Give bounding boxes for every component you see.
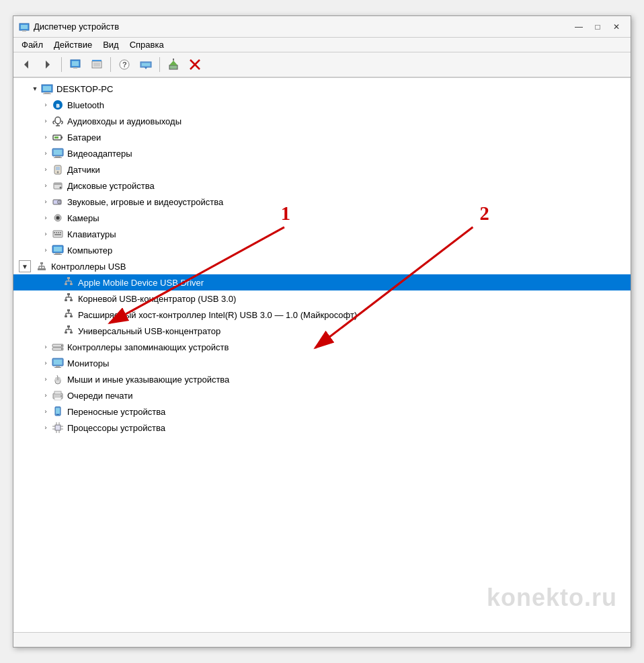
forward-button[interactable] — [38, 55, 58, 74]
toolbar-btn-1[interactable] — [65, 55, 85, 74]
tree-item-apple-usb[interactable]: Apple Mobile Device USB Driver — [13, 274, 631, 290]
tree-item-sensors[interactable]: › Датчики — [13, 161, 631, 178]
tree-item-universal-hub[interactable]: Универсальный USB-концентратор — [13, 323, 631, 339]
menu-view[interactable]: Вид — [97, 38, 124, 51]
disks-label: Дисковые устройства — [67, 181, 155, 191]
tree-item-ext-host[interactable]: Расширяемый хост-контроллер Intel(R) USB… — [13, 307, 631, 323]
svg-rect-7 — [73, 67, 77, 69]
svg-rect-116 — [56, 414, 59, 415]
minimize-button[interactable]: — — [570, 20, 588, 34]
toolbar-btn-2[interactable] — [87, 55, 107, 74]
svg-rect-95 — [65, 332, 67, 334]
tree-item-audio[interactable]: › Аудиовходы и аудиовыходы — [13, 113, 631, 129]
content-area[interactable]: ▼ DESKTOP-PC › ʙ Bluetooth — [13, 78, 631, 632]
sound-icon — [51, 195, 65, 208]
printers-label: Очереди печати — [67, 391, 133, 401]
tree-item-disks[interactable]: › Дисковые устройства — [13, 178, 631, 194]
svg-rect-81 — [65, 299, 67, 301]
svg-rect-82 — [70, 299, 73, 301]
svg-rect-37 — [54, 157, 62, 158]
keyboards-label: Клавиатуры — [67, 229, 116, 239]
processors-chevron: › — [40, 422, 51, 433]
tree-item-portable[interactable]: › Переносные устройства — [13, 403, 631, 420]
tree-item-battery[interactable]: › Батареи — [13, 129, 631, 145]
help-button[interactable]: ? — [114, 55, 134, 74]
tree-item-storage[interactable]: › Контроллеры запоминающих устройств — [13, 339, 631, 355]
toolbar-separator-2 — [110, 57, 111, 72]
tree-item-computer[interactable]: › Компьютер — [13, 242, 631, 258]
tree-item-root-hub[interactable]: Корневой USB-концентратор (USB 3.0) — [13, 290, 631, 307]
svg-point-40 — [57, 171, 59, 173]
cameras-chevron: › — [40, 212, 51, 223]
tree-item-bluetooth[interactable]: › ʙ Bluetooth — [13, 97, 631, 113]
maximize-button[interactable]: □ — [589, 20, 606, 34]
svg-rect-103 — [56, 366, 60, 367]
ext-host-label: Расширяемый хост-контроллер Intel(R) USB… — [78, 310, 357, 320]
apple-usb-label: Apple Mobile Device USB Driver — [78, 278, 204, 288]
svg-rect-51 — [54, 232, 55, 233]
apple-usb-icon — [62, 276, 75, 289]
tree-item-printers[interactable]: › Очереди печати — [13, 387, 631, 403]
title-bar-text: Диспетчер устройств — [34, 22, 570, 32]
root-chevron: ▼ — [30, 83, 40, 94]
svg-point-99 — [61, 345, 63, 346]
toolbar-separator-1 — [61, 57, 62, 72]
svg-marker-15 — [145, 67, 147, 69]
computer-label: Компьютер — [67, 245, 112, 256]
storage-chevron: › — [40, 342, 51, 352]
battery-icon — [51, 130, 65, 144]
svg-point-100 — [61, 348, 63, 350]
svg-rect-89 — [70, 315, 73, 317]
menu-action[interactable]: Действие — [48, 38, 97, 51]
svg-line-109 — [57, 375, 58, 377]
tree-root[interactable]: ▼ DESKTOP-PC — [13, 81, 631, 97]
close-button[interactable]: ✕ — [608, 20, 625, 34]
tree-item-mice[interactable]: › Мыши и иные указывающие устройства — [13, 371, 631, 387]
svg-rect-76 — [67, 293, 70, 295]
svg-rect-66 — [38, 268, 40, 270]
portable-chevron: › — [40, 406, 51, 417]
display-icon — [51, 147, 65, 160]
tree-item-display[interactable]: › Видеоадаптеры — [13, 145, 631, 161]
computer-chevron: › — [40, 245, 51, 256]
audio-chevron: › — [40, 116, 51, 126]
universal-hub-label: Универсальный USB-концентратор — [78, 326, 220, 336]
svg-text:ʙ: ʙ — [56, 102, 60, 109]
monitors-icon — [51, 356, 65, 370]
toolbar-btn-5[interactable] — [163, 55, 184, 74]
tree-item-keyboards[interactable]: › Клавиатуры — [13, 226, 631, 242]
toolbar-btn-4[interactable] — [136, 55, 156, 74]
usb-controllers-chevron-box[interactable]: ▼ — [19, 260, 31, 272]
svg-point-43 — [60, 187, 62, 189]
menu-file[interactable]: Файл — [16, 38, 48, 51]
svg-rect-58 — [55, 253, 61, 254]
tree-item-processors[interactable]: › Процессоры устройства — [13, 420, 631, 436]
svg-rect-39 — [56, 167, 60, 170]
back-button[interactable] — [16, 55, 36, 74]
tree-item-sound[interactable]: › Звуковые, игровые и видеоустройства — [13, 194, 631, 210]
menu-help[interactable]: Справка — [124, 38, 169, 51]
sensors-icon — [51, 163, 65, 176]
svg-rect-53 — [58, 232, 59, 233]
tree-item-monitors[interactable]: › Мониторы — [13, 355, 631, 371]
svg-rect-23 — [43, 86, 51, 91]
tree-item-usb-controllers[interactable]: ▼ Контроллеры USB — [13, 258, 631, 274]
audio-icon — [51, 114, 65, 128]
svg-rect-75 — [70, 283, 73, 285]
bluetooth-chevron: › — [40, 100, 51, 110]
mice-icon — [51, 373, 65, 386]
tree-item-cameras[interactable]: › Камеры — [13, 210, 631, 226]
portable-icon — [51, 405, 65, 418]
toolbar-separator-3 — [159, 57, 160, 72]
watermark: konekto.ru — [487, 584, 617, 612]
svg-rect-83 — [67, 309, 70, 311]
root-hub-icon — [62, 292, 75, 305]
bluetooth-icon: ʙ — [51, 98, 65, 112]
toolbar-btn-delete[interactable] — [185, 55, 205, 74]
mice-chevron: › — [40, 374, 51, 385]
svg-rect-118 — [56, 426, 60, 430]
svg-rect-2 — [22, 30, 26, 32]
svg-rect-96 — [70, 332, 73, 334]
root-hub-label: Корневой USB-концентратор (USB 3.0) — [78, 294, 236, 304]
processors-label: Процессоры устройства — [67, 423, 165, 433]
